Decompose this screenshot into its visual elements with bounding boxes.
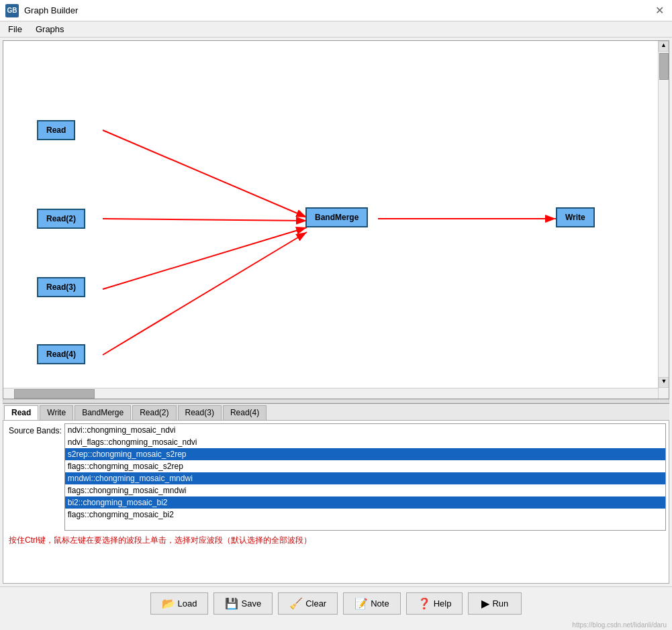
graph-canvas[interactable]: Read Read(2) Read(3) Read(4) BandMerge W…: [3, 41, 658, 388]
toolbar-btn-help[interactable]: ❓Help: [406, 592, 463, 615]
svg-line-2: [103, 219, 307, 221]
graph-area: Read Read(2) Read(3) Read(4) BandMerge W…: [3, 40, 669, 399]
title-bar: GB Graph Builder ✕: [0, 0, 672, 21]
toolbar: 📂Load💾Save🧹Clear📝Note❓Help▶Run: [0, 586, 672, 620]
load-label: Load: [178, 598, 197, 609]
toolbar-btn-note[interactable]: 📝Note: [343, 592, 400, 615]
scroll-down[interactable]: ▼: [659, 377, 669, 388]
run-icon: ▶: [481, 597, 489, 610]
node-read2[interactable]: Read(2): [37, 209, 85, 229]
clear-icon: 🧹: [289, 597, 303, 610]
band-item[interactable]: ndvi::chongming_mosaic_ndvi: [65, 424, 665, 436]
svg-line-1: [103, 130, 307, 217]
load-icon: 📂: [162, 597, 175, 610]
source-bands-label: Source Bands:: [6, 425, 64, 437]
toolbar-btn-clear[interactable]: 🧹Clear: [278, 592, 338, 615]
svg-line-3: [103, 227, 307, 289]
toolbar-btn-run[interactable]: ▶Run: [468, 592, 522, 615]
note-label: Note: [371, 598, 389, 609]
tab-read3[interactable]: Read(3): [178, 405, 222, 420]
help-icon: ❓: [418, 597, 431, 610]
tab-read[interactable]: Read: [4, 405, 38, 420]
vertical-scrollbar[interactable]: ▲ ▼: [658, 41, 669, 399]
menu-bar: File Graphs: [0, 21, 672, 38]
band-item[interactable]: ndvi_flags::chongming_mosaic_ndvi: [65, 436, 665, 448]
horizontal-scrollbar[interactable]: [3, 388, 658, 399]
run-label: Run: [492, 598, 508, 609]
svg-line-4: [103, 232, 307, 355]
menu-graphs[interactable]: Graphs: [30, 23, 70, 36]
note-icon: 📝: [354, 597, 368, 610]
band-item[interactable]: mndwi::chongming_mosaic_mndwi: [65, 472, 665, 484]
window-title: Graph Builder: [24, 5, 78, 15]
source-bands-list[interactable]: ndvi::chongming_mosaic_ndvindvi_flags::c…: [64, 423, 666, 531]
node-read3[interactable]: Read(3): [37, 277, 85, 297]
scroll-thumb-h[interactable]: [14, 389, 95, 399]
scroll-up[interactable]: ▲: [659, 41, 669, 52]
band-item[interactable]: bi2::chongming_mosaic_bi2: [65, 496, 665, 509]
band-item[interactable]: flags::chongming_mosaic_mndwi: [65, 484, 665, 496]
source-bands-row: Source Bands: ndvi::chongming_mosaic_ndv…: [6, 423, 666, 531]
band-item[interactable]: flags::chongming_mosaic_s2rep: [65, 460, 665, 472]
tab-read2[interactable]: Read(2): [132, 405, 176, 420]
toolbar-btn-save[interactable]: 💾Save: [213, 592, 273, 615]
app-icon: GB: [5, 4, 19, 17]
save-label: Save: [241, 598, 261, 609]
scroll-thumb-v[interactable]: [659, 53, 669, 80]
save-icon: 💾: [225, 597, 238, 610]
tabs-area: Read Write BandMerge Read(2) Read(3) Rea…: [3, 403, 669, 584]
tab-read4[interactable]: Read(4): [223, 405, 267, 420]
hint-text: 按住Ctrl键，鼠标左键在要选择的波段上单击，选择对应波段（默认选择的全部波段）: [6, 531, 666, 547]
node-read4[interactable]: Read(4): [37, 344, 85, 364]
close-button[interactable]: ✕: [653, 4, 667, 17]
toolbar-btn-load[interactable]: 📂Load: [150, 592, 209, 615]
help-label: Help: [434, 598, 452, 609]
band-item[interactable]: flags::chongming_mosaic_bi2: [65, 509, 665, 521]
node-read[interactable]: Read: [37, 120, 75, 140]
menu-file[interactable]: File: [3, 23, 28, 36]
watermark: https://blog.csdn.net/lidanli/daru: [0, 620, 672, 630]
tab-content: Source Bands: ndvi::chongming_mosaic_ndv…: [3, 421, 669, 584]
band-item[interactable]: s2rep::chongming_mosaic_s2rep: [65, 448, 665, 460]
node-write[interactable]: Write: [556, 207, 595, 227]
tab-bandmerge[interactable]: BandMerge: [75, 405, 131, 420]
node-bandmerge[interactable]: BandMerge: [305, 207, 368, 227]
tabs-header: Read Write BandMerge Read(2) Read(3) Rea…: [3, 404, 669, 421]
tab-write[interactable]: Write: [40, 405, 73, 420]
clear-label: Clear: [305, 598, 326, 609]
